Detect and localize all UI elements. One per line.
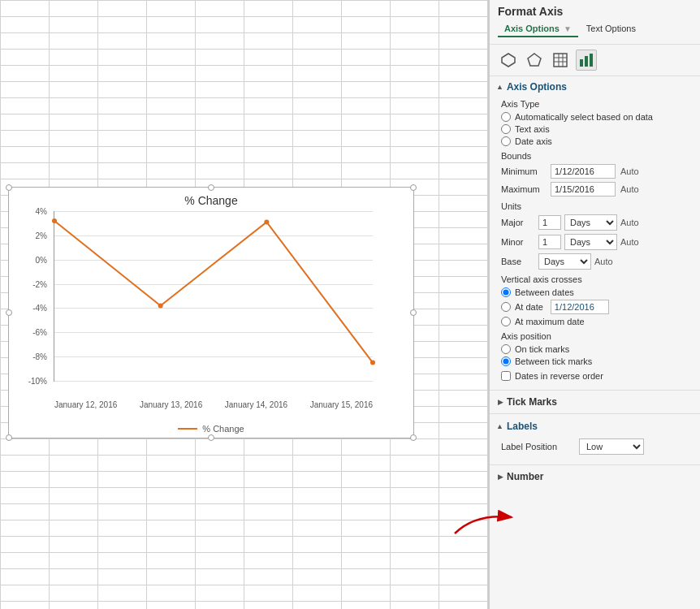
- axis-position-label: Axis position: [501, 331, 692, 341]
- min-auto[interactable]: Auto: [620, 166, 639, 176]
- svg-rect-12: [585, 56, 588, 67]
- bar-chart-icon[interactable]: [576, 50, 597, 71]
- radio-date-input[interactable]: [501, 136, 511, 146]
- y-label: 4%: [36, 207, 47, 216]
- labels-arrow: ▲: [496, 422, 503, 430]
- min-label: Minimum: [501, 166, 546, 176]
- svg-point-0: [52, 218, 57, 223]
- collapse-arrow: ▲: [496, 83, 503, 91]
- radio-at-date-input[interactable]: [501, 302, 511, 312]
- labels-section-header[interactable]: ▲ Labels: [490, 416, 700, 435]
- panel-header: Format Axis Axis Options ▼ Text Options: [490, 0, 700, 45]
- handle-bm[interactable]: [208, 434, 214, 441]
- fill-effects-icon[interactable]: [498, 50, 519, 71]
- panel-body: ▲ Axis Options Axis Type Automatically s…: [490, 76, 700, 486]
- svg-point-3: [370, 361, 375, 365]
- bounds-group: Bounds Minimum Auto Maximum Auto: [501, 151, 692, 197]
- handle-tr[interactable]: [410, 184, 417, 191]
- handle-tm[interactable]: [208, 184, 214, 191]
- radio-text-input[interactable]: [501, 124, 511, 134]
- chart-container[interactable]: % Change 4% 2% 0% -2% -4%: [8, 187, 414, 438]
- number-arrow: ▶: [498, 473, 503, 481]
- chart-plot: 4% 2% 0% -2% -4% -6% -8% -10%: [54, 211, 373, 382]
- handle-br[interactable]: [410, 434, 417, 441]
- x-label: January 13, 2016: [140, 400, 202, 409]
- table-icon[interactable]: [550, 50, 571, 71]
- divider: [490, 390, 700, 391]
- svg-rect-11: [580, 59, 583, 67]
- base-unit-select[interactable]: Days Months Years: [538, 253, 591, 270]
- y-label: -6%: [32, 328, 47, 337]
- minor-auto[interactable]: Auto: [620, 237, 639, 247]
- at-date-input[interactable]: [551, 300, 609, 314]
- radio-auto: Automatically select based on data: [501, 112, 692, 122]
- radio-date: Date axis: [501, 136, 692, 146]
- legend-label: % Change: [202, 424, 244, 434]
- y-label: -8%: [32, 352, 47, 361]
- handle-ml[interactable]: [6, 309, 12, 316]
- tab-axis-options[interactable]: Axis Options ▼: [498, 21, 578, 37]
- label-position-row: Label Position Low None High Next to Axi…: [501, 438, 692, 455]
- chart-area: % Change 4% 2% 0% -2% -4%: [0, 0, 489, 609]
- tab-text-options[interactable]: Text Options: [580, 21, 642, 37]
- svg-marker-4: [502, 54, 515, 67]
- y-label: 2%: [36, 231, 47, 240]
- radio-text: Text axis: [501, 124, 692, 134]
- radio-between-tick-input[interactable]: [501, 356, 511, 366]
- minor-units-row: Minor Days Months Years Auto: [501, 234, 692, 250]
- bounds-min-row: Minimum Auto: [501, 164, 692, 179]
- axis-options-label: Axis Options: [507, 81, 567, 93]
- y-axis: 4% 2% 0% -2% -4% -6% -8% -10%: [15, 211, 51, 381]
- chart-legend: % Change: [9, 424, 413, 434]
- min-input[interactable]: [551, 164, 616, 179]
- units-group: Units Major Days Months Years Auto Minor: [501, 201, 692, 270]
- axis-options-body: Axis Type Automatically select based on …: [490, 96, 700, 388]
- panel-tabs: Axis Options ▼ Text Options: [498, 21, 692, 37]
- base-units-row: Base Days Months Years Auto: [501, 253, 692, 270]
- number-label: Number: [507, 471, 543, 482]
- x-label: January 12, 2016: [54, 400, 117, 409]
- base-auto[interactable]: Auto: [594, 257, 613, 266]
- bounds-label: Bounds: [501, 151, 692, 161]
- label-position-select[interactable]: Low None High Next to Axis: [579, 438, 644, 455]
- y-label: 0%: [36, 255, 47, 264]
- dates-reverse-label: Dates in reverse order: [515, 371, 603, 381]
- radio-at-date-label: At date: [515, 302, 543, 312]
- tick-marks-section[interactable]: ▶ Tick Marks: [490, 392, 700, 412]
- major-auto[interactable]: Auto: [620, 218, 639, 227]
- minor-input[interactable]: [538, 235, 561, 249]
- minor-unit-select[interactable]: Days Months Years: [564, 234, 617, 250]
- base-label: Base: [501, 257, 535, 266]
- major-input[interactable]: [538, 215, 561, 230]
- radio-between-dates-input[interactable]: [501, 287, 511, 297]
- radio-at-max-input[interactable]: [501, 317, 511, 326]
- radio-between-tick: Between tick marks: [501, 356, 692, 366]
- y-label: -2%: [32, 279, 47, 288]
- y-label: -10%: [28, 377, 47, 386]
- axis-type-label: Axis Type: [501, 99, 692, 109]
- labels-body: Label Position Low None High Next to Axi…: [490, 435, 700, 463]
- y-label: -4%: [32, 304, 47, 313]
- axis-options-section-header[interactable]: ▲ Axis Options: [490, 76, 700, 96]
- label-position-label: Label Position: [501, 442, 574, 451]
- max-auto[interactable]: Auto: [620, 184, 639, 194]
- handle-mr[interactable]: [410, 309, 417, 316]
- radio-on-tick-input[interactable]: [501, 344, 511, 354]
- major-label: Major: [501, 218, 535, 227]
- radio-auto-input[interactable]: [501, 112, 511, 122]
- grid-line: [54, 381, 373, 382]
- pentagon-icon[interactable]: [524, 50, 545, 71]
- bounds-max-row: Maximum Auto: [501, 182, 692, 197]
- max-input[interactable]: [551, 182, 616, 197]
- radio-auto-label: Automatically select based on data: [515, 112, 653, 122]
- radio-between-dates: Between dates: [501, 287, 692, 297]
- chart-title: % Change: [9, 194, 413, 207]
- handle-bl[interactable]: [6, 434, 12, 441]
- units-label: Units: [501, 201, 692, 211]
- number-section[interactable]: ▶ Number: [490, 467, 700, 486]
- labels-label: Labels: [507, 421, 538, 432]
- minor-label: Minor: [501, 237, 535, 247]
- dates-reverse-checkbox[interactable]: [501, 371, 511, 381]
- handle-tl[interactable]: [6, 184, 12, 191]
- major-unit-select[interactable]: Days Months Years: [564, 214, 617, 231]
